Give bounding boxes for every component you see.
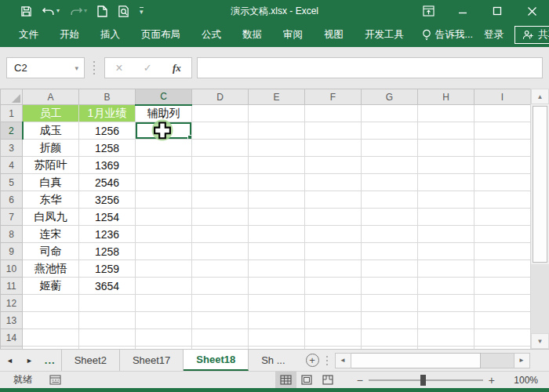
hscroll-left-icon[interactable]: ◄ [335,353,351,368]
cell-C6[interactable] [136,191,192,209]
cell-E3[interactable] [249,140,305,157]
cell-B11[interactable]: 3654 [79,278,136,295]
cell-F10[interactable] [305,260,362,278]
cell-E12[interactable] [249,295,305,312]
cell-I10[interactable] [474,260,531,278]
cell-F14[interactable] [305,329,362,347]
column-header-G[interactable]: G [362,89,418,105]
name-box[interactable]: ▾ [6,57,85,78]
ribbon-tab-page-layout[interactable]: 页面布局 [138,28,184,42]
print-preview-icon[interactable] [118,5,129,17]
cell-D2[interactable] [192,122,249,140]
cell-I14[interactable] [474,329,531,347]
cell-H6[interactable] [418,191,474,209]
undo-caret-icon[interactable]: ▾ [56,8,60,14]
tell-me-box[interactable]: 告诉我... [422,28,473,42]
cell-D8[interactable] [192,226,249,243]
row-header-5[interactable]: 5 [1,174,23,191]
cell-B14[interactable] [79,329,136,347]
sheet-tab-sheet2[interactable]: Sheet2 [62,350,120,371]
cell-A14[interactable] [23,329,79,347]
ribbon-tab-insert[interactable]: 插入 [97,28,123,42]
cell-D14[interactable] [192,329,249,347]
normal-view-icon[interactable] [275,372,296,388]
formula-input[interactable] [197,57,543,78]
cancel-icon[interactable]: × [115,61,122,75]
cell-C4[interactable] [136,157,192,174]
ribbon-tab-data[interactable]: 数据 [239,28,265,42]
cell-A12[interactable] [23,295,79,312]
row-header-14[interactable]: 14 [1,329,23,347]
zoom-slider-track[interactable] [369,379,483,381]
cell-A5[interactable]: 白真 [23,174,79,191]
cell-D5[interactable] [192,174,249,191]
cell-H4[interactable] [418,157,474,174]
cell-H2[interactable] [418,122,474,140]
new-sheet-button[interactable]: + [306,350,319,371]
cell-C13[interactable] [136,312,192,329]
cell-C9[interactable] [136,243,192,260]
cell-A6[interactable]: 东华 [23,191,79,209]
cell-G11[interactable] [362,278,418,295]
cell-H9[interactable] [418,243,474,260]
row-header-10[interactable]: 10 [1,260,23,278]
cell-F1[interactable] [305,105,362,122]
zoom-out-icon[interactable]: − [351,374,369,387]
row-header-8[interactable]: 8 [1,226,23,243]
cell-D7[interactable] [192,209,249,226]
cell-C11[interactable] [136,278,192,295]
cell-A8[interactable]: 连宋 [23,226,79,243]
cell-I5[interactable] [474,174,531,191]
page-layout-view-icon[interactable] [296,372,318,388]
cell-G12[interactable] [362,295,418,312]
scroll-up-icon[interactable]: ▲ [531,89,549,104]
cell-I12[interactable] [474,295,531,312]
row-header-9[interactable]: 9 [1,243,23,260]
column-header-C[interactable]: C [136,89,192,105]
cell-I6[interactable] [474,191,531,209]
cell-I4[interactable] [474,157,531,174]
cell-E1[interactable] [249,105,305,122]
minimize-icon[interactable] [445,0,480,22]
select-all-corner[interactable] [1,89,23,105]
cell-I7[interactable] [474,209,531,226]
cell-B10[interactable]: 1259 [79,260,136,278]
ribbon-tab-view[interactable]: 视图 [321,28,347,42]
cell-G8[interactable] [362,226,418,243]
cell-H14[interactable] [418,329,474,347]
horizontal-scroll-thumb[interactable] [351,353,481,368]
customize-quick-access-icon[interactable]: ▾ [140,7,144,16]
share-button[interactable]: 共享 [514,26,549,44]
column-header-F[interactable]: F [305,89,362,105]
cell-A11[interactable]: 姬蘅 [23,278,79,295]
cell-I3[interactable] [474,140,531,157]
cell-C14[interactable] [136,329,192,347]
cell-A7[interactable]: 白凤九 [23,209,79,226]
hscroll-right-icon[interactable]: ► [514,353,530,368]
cell-I2[interactable] [474,122,531,140]
cell-F9[interactable] [305,243,362,260]
cell-F8[interactable] [305,226,362,243]
cell-B3[interactable]: 1258 [79,140,136,157]
cell-B8[interactable]: 1236 [79,226,136,243]
undo-icon[interactable]: ▾ [42,5,60,16]
sheet-nav-left-icon[interactable]: ◄ [0,350,20,371]
cell-A9[interactable]: 司命 [23,243,79,260]
scroll-down-icon[interactable]: ▼ [531,333,549,349]
row-header-1[interactable]: 1 [1,105,23,122]
cell-G2[interactable] [362,122,418,140]
cell-D3[interactable] [192,140,249,157]
cell-A3[interactable]: 折颜 [23,140,79,157]
cell-I9[interactable] [474,243,531,260]
cell-G9[interactable] [362,243,418,260]
column-header-H[interactable]: H [418,89,474,105]
cell-B1[interactable]: 1月业绩 [79,105,136,122]
fill-handle[interactable] [187,135,192,140]
macro-record-icon[interactable] [49,375,61,385]
cell-B4[interactable]: 1369 [79,157,136,174]
sheet-tab-sheet17[interactable]: Sheet17 [120,350,184,371]
cell-I1[interactable] [474,105,531,122]
sheet-tab-truncated[interactable]: Sh ... [249,350,297,371]
cell-C1[interactable]: 辅助列 [136,105,192,122]
cell-C10[interactable] [136,260,192,278]
